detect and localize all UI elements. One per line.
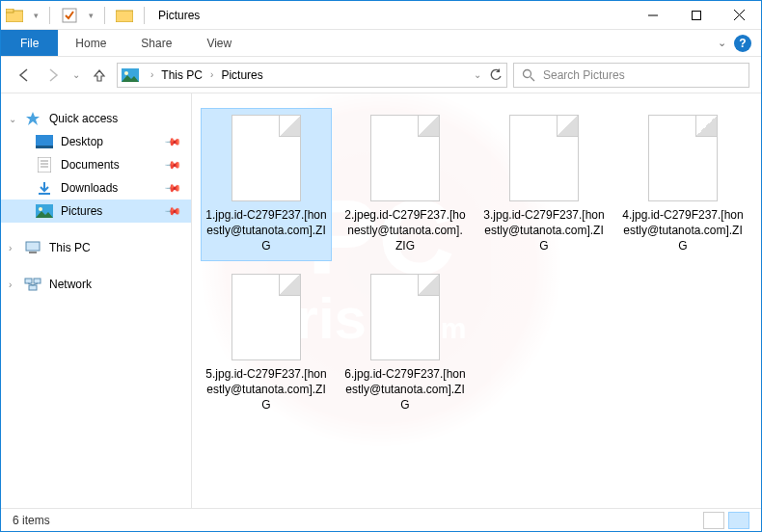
search-placeholder: Search Pictures — [543, 68, 625, 82]
file-name: 6.jpg.id-C279F237.[honestly@tutanota.com… — [344, 366, 466, 413]
svg-rect-22 — [29, 252, 37, 253]
chevron-right-icon[interactable]: › — [208, 69, 215, 80]
pictures-icon — [36, 203, 53, 219]
svg-rect-13 — [36, 146, 53, 148]
file-item[interactable]: 4.jpg.id-C279F237.[honestly@tutanota.com… — [618, 109, 748, 260]
sidebar-item-label: Desktop — [61, 135, 103, 148]
file-name: 2.jpeg.id-C279F237.[honestly@tutanota.co… — [344, 207, 466, 254]
file-name: 1.jpg.id-C279F237.[honestly@tutanota.com… — [205, 207, 327, 254]
pin-icon: 📌 — [163, 132, 181, 150]
star-icon — [24, 111, 41, 126]
file-item[interactable]: 3.jpg.id-C279F237.[honestly@tutanota.com… — [479, 109, 609, 260]
svg-point-10 — [524, 69, 531, 77]
refresh-button[interactable] — [489, 68, 503, 82]
chevron-down-icon[interactable]: ⌄ — [9, 114, 16, 124]
pin-icon: 📌 — [163, 201, 181, 220]
up-button[interactable] — [88, 64, 111, 87]
file-icon — [370, 274, 440, 360]
file-tab[interactable]: File — [1, 30, 58, 56]
status-bar: 6 items — [1, 508, 761, 531]
explorer-icon[interactable] — [3, 4, 26, 27]
sidebar-item-documents[interactable]: Documents 📌 — [1, 153, 191, 176]
tab-home[interactable]: Home — [58, 30, 123, 56]
desktop-icon — [36, 134, 53, 149]
svg-rect-12 — [36, 135, 53, 146]
svg-point-20 — [39, 207, 42, 211]
sidebar-this-pc[interactable]: › This PC — [1, 236, 191, 259]
sidebar-item-downloads[interactable]: Downloads 📌 — [1, 176, 191, 200]
sidebar-network[interactable]: › Network — [1, 273, 191, 296]
svg-rect-1 — [6, 9, 14, 13]
address-dropdown[interactable]: ⌄ — [472, 69, 483, 80]
sidebar-item-label: This PC — [49, 241, 91, 254]
svg-line-11 — [531, 77, 534, 81]
sidebar-item-label: Pictures — [61, 204, 102, 218]
file-name: 4.jpg.id-C279F237.[honestly@tutanota.com… — [622, 207, 744, 254]
file-name: 5.jpg.id-C279F237.[honestly@tutanota.com… — [205, 366, 327, 413]
sidebar: ⌄ Quick access Desktop 📌 Documents 📌 Dow… — [1, 93, 192, 508]
chevron-right-icon[interactable]: › — [9, 279, 12, 290]
checkbox-icon[interactable] — [58, 4, 81, 27]
title-bar: ▾ ▾ Pictures — [1, 1, 761, 30]
chevron-right-icon[interactable]: › — [149, 69, 155, 80]
close-button[interactable] — [718, 1, 761, 30]
file-icon — [231, 115, 301, 201]
file-icon — [648, 115, 718, 201]
icons-view-button[interactable] — [728, 512, 749, 529]
sidebar-item-label: Network — [49, 278, 92, 291]
file-item[interactable]: 5.jpg.id-C279F237.[honestly@tutanota.com… — [202, 268, 331, 419]
svg-rect-25 — [29, 285, 37, 290]
chevron-right-icon[interactable]: › — [9, 243, 12, 253]
pin-icon: 📌 — [163, 178, 181, 197]
details-view-button[interactable] — [703, 512, 724, 529]
sidebar-item-pictures[interactable]: Pictures 📌 — [1, 200, 191, 223]
svg-rect-24 — [34, 279, 41, 283]
svg-rect-5 — [692, 11, 700, 19]
svg-rect-23 — [25, 279, 32, 283]
help-icon[interactable]: ? — [734, 35, 751, 52]
address-bar[interactable]: › This PC › Pictures ⌄ — [117, 63, 507, 88]
folder-icon — [113, 4, 136, 27]
downloads-icon — [36, 180, 53, 196]
breadcrumb-segment[interactable]: This PC — [157, 68, 206, 82]
svg-rect-14 — [38, 157, 51, 173]
pictures-icon — [122, 67, 139, 83]
nav-bar: ⌄ › This PC › Pictures ⌄ Search Pictures — [1, 57, 761, 93]
file-list[interactable]: 1.jpg.id-C279F237.[honestly@tutanota.com… — [192, 93, 761, 508]
item-count: 6 items — [13, 514, 50, 527]
file-item[interactable]: 1.jpg.id-C279F237.[honestly@tutanota.com… — [202, 109, 331, 260]
file-icon — [509, 115, 579, 201]
recent-dropdown[interactable]: ⌄ — [70, 64, 82, 87]
svg-rect-3 — [116, 11, 133, 22]
sidebar-item-label: Downloads — [61, 181, 118, 195]
back-button[interactable] — [13, 64, 36, 87]
sidebar-item-desktop[interactable]: Desktop 📌 — [1, 130, 191, 153]
pin-icon: 📌 — [163, 155, 181, 173]
sidebar-item-label: Documents — [61, 158, 120, 172]
file-name: 3.jpg.id-C279F237.[honestly@tutanota.com… — [483, 207, 605, 254]
qat-dropdown[interactable]: ▾ — [30, 4, 41, 27]
tab-share[interactable]: Share — [123, 30, 189, 56]
window-title: Pictures — [158, 9, 200, 22]
svg-point-9 — [124, 71, 128, 75]
forward-button[interactable] — [41, 64, 65, 87]
search-input[interactable]: Search Pictures — [513, 63, 749, 88]
ribbon: File Home Share View ⌄ ? — [1, 30, 761, 57]
file-item[interactable]: 2.jpeg.id-C279F237.[honestly@tutanota.co… — [340, 109, 470, 260]
svg-rect-21 — [26, 242, 40, 251]
file-item[interactable]: 6.jpg.id-C279F237.[honestly@tutanota.com… — [340, 268, 470, 419]
sidebar-quick-access[interactable]: ⌄ Quick access — [1, 107, 191, 130]
maximize-button[interactable] — [674, 1, 718, 30]
minimize-button[interactable] — [631, 1, 674, 30]
documents-icon — [36, 157, 53, 173]
file-icon — [231, 274, 301, 360]
sidebar-item-label: Quick access — [49, 112, 118, 125]
network-icon — [24, 277, 41, 292]
this-pc-icon — [24, 240, 41, 255]
tab-view[interactable]: View — [189, 30, 249, 56]
search-icon — [522, 68, 535, 82]
qat-dropdown-2[interactable]: ▾ — [85, 4, 96, 27]
chevron-down-icon[interactable]: ⌄ — [718, 37, 726, 49]
breadcrumb-segment[interactable]: Pictures — [217, 68, 266, 82]
file-icon — [370, 115, 440, 201]
